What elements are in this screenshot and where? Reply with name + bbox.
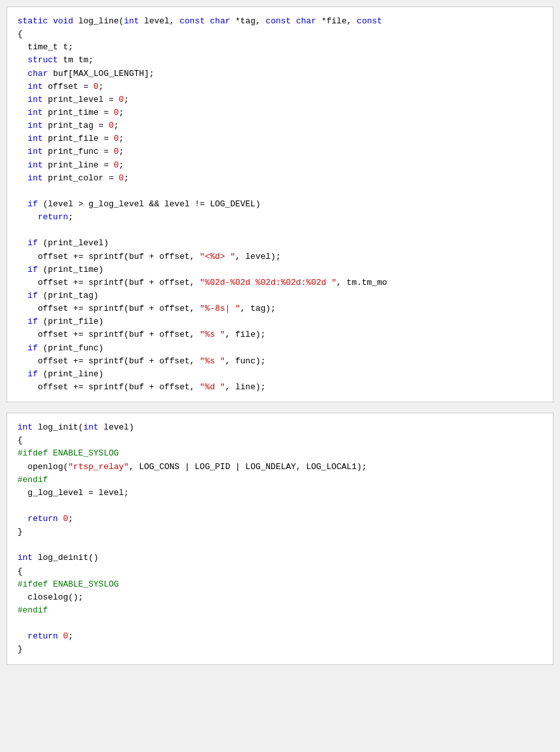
keyword-if-6: if <box>28 343 38 353</box>
str-rtsp-relay: "rtsp_relay" <box>68 462 129 472</box>
keyword-int-print-level: int <box>28 95 43 104</box>
if-print-time: (print_time) <box>38 265 103 274</box>
macro-ifdef-2: #ifdef <box>18 579 48 589</box>
keyword-int-offset: int <box>28 82 43 91</box>
macro-endif-2: #endif <box>18 605 48 615</box>
keyword-int-print-line: int <box>28 160 43 170</box>
sprintf-file-args: , file); <box>225 330 265 339</box>
num-0-8: 0 <box>119 173 124 183</box>
code-block-1: static void log_line(int level, const ch… <box>6 6 554 402</box>
buf-decl: buf[MAX_LOG_LENGTH]; <box>48 69 154 79</box>
semi-1: ; <box>99 82 104 91</box>
sprintf-time-args: , tm.tm_mo <box>337 278 387 287</box>
macro-ifdef-1: #ifdef <box>18 448 48 458</box>
keyword-if-5: if <box>28 317 38 326</box>
keyword-int-print-tag: int <box>28 121 43 130</box>
str-func-fmt: "%s " <box>200 356 225 366</box>
num-0-6: 0 <box>114 147 119 156</box>
if-print-file: (print_file) <box>38 317 103 326</box>
str-file-fmt: "%s " <box>200 330 225 339</box>
keyword-int-print-func: int <box>28 147 43 156</box>
print-time-decl: print_time = <box>43 108 114 117</box>
ptr-tag: *tag, <box>230 16 266 26</box>
semi-7: ; <box>119 160 124 170</box>
offset-sprintf-tag: offset += sprintf(buf + offset, <box>38 304 200 313</box>
keyword-int-log-deinit: int <box>18 553 32 563</box>
g-log-level-assign: g_log_level = level; <box>28 488 129 498</box>
code-container: static void log_line(int level, const ch… <box>6 6 554 665</box>
keyword-int-log-init: int <box>18 422 32 432</box>
if-print-level: (print_level) <box>38 238 108 248</box>
keyword-int-print-time: int <box>28 108 43 117</box>
code-block-2: int log_init(int level) { #ifdef ENABLE_… <box>6 413 554 665</box>
print-level-decl: print_level = <box>43 95 119 104</box>
open-brace-1: { <box>18 29 23 39</box>
close-brace-2: } <box>18 644 23 654</box>
offset-sprintf-line: offset += sprintf(buf + offset, <box>38 382 200 392</box>
semi-6: ; <box>119 147 124 156</box>
fn-log-init: log_init( <box>32 422 83 432</box>
str-tag-fmt: "%-8s| " <box>200 304 240 313</box>
offset-decl: offset = <box>43 82 93 91</box>
keyword-int-1: int <box>124 16 139 26</box>
param-level: level, <box>139 16 179 26</box>
semi-ret1: ; <box>68 514 73 524</box>
str-level-fmt: "<%d> " <box>200 252 236 261</box>
if-print-func: (print_func) <box>38 343 103 353</box>
print-tag-decl: print_tag = <box>43 121 108 130</box>
fn-log-line: log_line( <box>79 16 124 26</box>
macro-enable-syslog-2: ENABLE_SYSLOG <box>48 579 119 589</box>
sprintf-level-args: , level); <box>235 252 280 261</box>
keyword-if-1: if <box>28 199 38 209</box>
keyword-static: static <box>18 16 48 26</box>
sprintf-func-args: , func); <box>225 356 265 366</box>
keyword-return-3: return <box>28 631 58 641</box>
macro-endif-1: #endif <box>18 475 48 485</box>
keyword-return-2: return <box>28 514 58 524</box>
print-func-decl: print_func = <box>43 147 114 156</box>
num-0-ret1: 0 <box>63 514 68 524</box>
print-line-decl: print_line = <box>43 160 114 170</box>
sprintf-line-args: , line); <box>225 382 265 392</box>
struct-tm-decl: tm tm; <box>58 55 93 65</box>
str-time-fmt: "%02d-%02d %02d:%02d:%02d " <box>200 278 337 287</box>
return-semi-1: ; <box>68 212 73 222</box>
macro-enable-syslog-1: ENABLE_SYSLOG <box>48 448 119 458</box>
if-print-line: (print_line) <box>38 369 103 379</box>
keyword-int-param: int <box>83 422 98 432</box>
keyword-char-3: char <box>28 69 48 79</box>
keyword-const-3: const <box>357 16 382 26</box>
open-brace-2: { <box>18 435 23 445</box>
keyword-struct: struct <box>28 55 58 65</box>
num-0-ret2: 0 <box>63 631 68 641</box>
keyword-int-print-color: int <box>28 173 43 183</box>
keyword-char-1: char <box>210 16 230 26</box>
close-brace-1: } <box>18 527 23 537</box>
print-color-decl: print_color = <box>43 173 119 183</box>
str-line-fmt: "%d " <box>200 382 225 392</box>
closelog-call: closelog(); <box>28 592 84 602</box>
keyword-int-print-file: int <box>28 134 43 143</box>
sprintf-tag-args: , tag); <box>240 304 276 313</box>
keyword-if-7: if <box>28 369 38 379</box>
keyword-char-2: char <box>296 16 316 26</box>
semi-3: ; <box>119 108 124 117</box>
openlog-args: , LOG_CONS | LOG_PID | LOG_NDELAY, LOG_L… <box>129 462 367 472</box>
param-level-init: level) <box>99 422 134 432</box>
num-0-1: 0 <box>93 82 99 91</box>
print-file-decl: print_file = <box>43 134 114 143</box>
keyword-if-4: if <box>28 291 38 300</box>
offset-sprintf-func: offset += sprintf(buf + offset, <box>38 356 200 366</box>
num-0-2: 0 <box>119 95 124 104</box>
keyword-void: void <box>53 16 73 26</box>
if-print-tag: (print_tag) <box>38 291 99 300</box>
offset-sprintf-level: offset += sprintf(buf + offset, <box>38 252 200 261</box>
open-brace-3: { <box>18 566 23 576</box>
if-level-cond: (level > g_log_level && level != LOG_DEV… <box>38 199 260 209</box>
keyword-return-1: return <box>38 212 68 222</box>
num-0-3: 0 <box>114 108 119 117</box>
time_t-decl: time_t t; <box>28 42 73 52</box>
ptr-file: *file, <box>316 16 356 26</box>
semi-ret2: ; <box>68 631 73 641</box>
openlog-call: openlog( <box>28 462 68 472</box>
